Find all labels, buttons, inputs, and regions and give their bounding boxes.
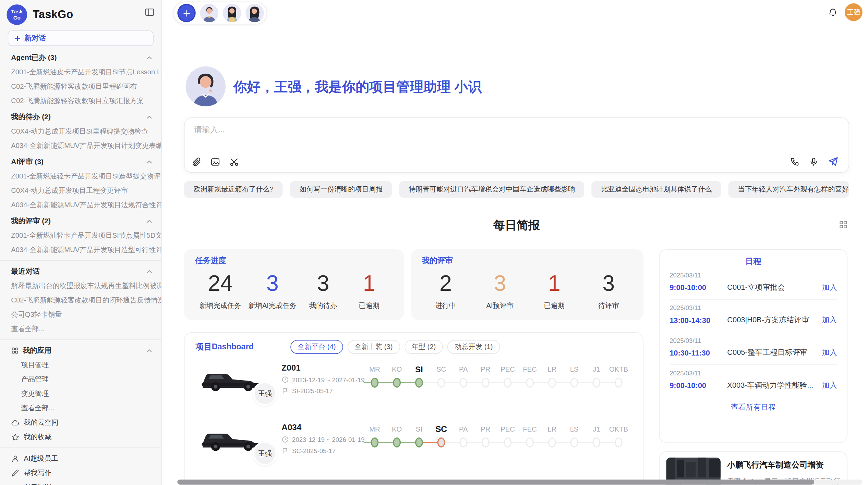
suggestion-chip[interactable]: 特朗普可能对进口汽车增税会对中国车企造成哪些影响 <box>399 181 584 198</box>
horizontal-scrollbar-thumb[interactable] <box>177 480 815 485</box>
section-my-todo[interactable]: 我的待办 (2) <box>0 110 161 124</box>
milestone-dot <box>371 378 379 388</box>
project-info: Z001 2023-12-19 ~ 2027-01-19 SI-2025-05-… <box>281 361 363 397</box>
app-item-change-mgmt[interactable]: 变更管理 <box>0 387 161 401</box>
project-name: A034 <box>281 423 363 432</box>
scissors-icon[interactable] <box>229 157 240 167</box>
add-member-button[interactable] <box>177 4 195 22</box>
tab-powertrain[interactable]: 动总开发 (1) <box>447 340 500 354</box>
milestone-dot <box>615 378 623 388</box>
list-item[interactable]: C02-飞腾新能源轻客改款项目立项汇报方案 <box>0 94 161 108</box>
cloud-icon <box>11 419 19 427</box>
suggestion-chip[interactable]: 如何写一份清晰的项目周报 <box>290 181 392 198</box>
stat: 2 进行中 <box>426 270 465 311</box>
stat: 3 我的待办 <box>304 270 342 311</box>
my-cloud-space[interactable]: 我的云空间 <box>0 415 161 430</box>
milestone-dot <box>526 378 534 388</box>
tab-year-model[interactable]: 年型 (2) <box>404 340 443 354</box>
join-button[interactable]: 加入 <box>822 381 837 390</box>
chevron-up-icon[interactable] <box>146 159 153 165</box>
section-recent-chats[interactable]: 最近对话 <box>0 264 161 278</box>
view-all-recent[interactable]: 查看全部... <box>0 322 161 336</box>
chevron-up-icon[interactable] <box>146 114 153 120</box>
apps-icon <box>11 347 19 355</box>
view-all-apps[interactable]: 查看全部... <box>0 401 161 415</box>
milestone-dot-overdue <box>437 437 445 447</box>
project-row[interactable]: 王强 A034 2023-12-19 ~ 2026-01-19 <box>184 416 643 462</box>
chevron-up-icon[interactable] <box>146 54 153 61</box>
my-favorites[interactable]: 我的收藏 <box>0 430 161 444</box>
bell-icon[interactable] <box>828 7 838 18</box>
list-item[interactable]: A034-全新新能源MUV产品开发项目法规符合性评审 <box>0 198 161 212</box>
new-chat-button[interactable]: 新对话 <box>8 30 154 46</box>
logo-line1: Task <box>11 9 23 15</box>
chevron-up-icon[interactable] <box>146 268 153 274</box>
milestone-dot <box>548 378 556 388</box>
list-item[interactable]: Z001-全新燃油轻卡产品开发项目SI节点属性5D文件评审 <box>0 228 161 242</box>
project-row[interactable]: 王强 Z001 2023-12-19 ~ 2027-01-19 <box>184 356 643 403</box>
milestone-track: MR KO SI SC PA PR PEC FEC LR LS J1 <box>364 361 632 397</box>
suggestion-chip[interactable]: 欧洲新规最近颁布了什么? <box>184 181 283 198</box>
list-item[interactable]: A034-全新新能源MUV产品开发项目造型可行性评审 <box>0 242 161 257</box>
composer-right-tools <box>790 156 839 167</box>
brush-icon <box>11 483 19 485</box>
section-my-apps[interactable]: 我的应用 <box>0 343 161 358</box>
avatar[interactable] <box>223 4 241 22</box>
main-area: 王强 你好，王强，我是你的项目管理助理 小识 <box>162 0 868 485</box>
sidebar-collapse-icon[interactable] <box>145 7 155 17</box>
paperclip-icon[interactable] <box>191 157 202 167</box>
send-icon[interactable] <box>828 156 839 167</box>
join-button[interactable]: 加入 <box>822 348 837 358</box>
avatar[interactable] <box>245 4 264 22</box>
tab-new-platform[interactable]: 全新平台 (4) <box>290 340 343 354</box>
milestone-dot <box>459 378 467 388</box>
pencil-icon <box>11 469 19 477</box>
list-item[interactable]: C02-飞腾新能源轻客改款项目里程碑画布 <box>0 79 161 94</box>
ai-super-staff[interactable]: AI超级员工 <box>0 451 161 466</box>
user-avatar[interactable]: 王强 <box>845 3 863 21</box>
list-item[interactable]: C0X4-动力总成开发项目工程变更评审 <box>0 183 161 198</box>
view-all-schedule[interactable]: 查看所有日程 <box>670 402 837 412</box>
milestone-dot <box>592 378 600 388</box>
grid-icon[interactable] <box>839 220 848 229</box>
chat-input[interactable] <box>194 125 592 134</box>
chevron-up-icon[interactable] <box>146 218 153 224</box>
composer-left-tools <box>191 157 240 167</box>
section-agent-done[interactable]: Agent已办 (3) <box>0 50 161 65</box>
creative-drawing[interactable]: 创意制图 <box>0 480 161 485</box>
app-item-product-mgmt[interactable]: 产品管理 <box>0 372 161 387</box>
join-button[interactable]: 加入 <box>822 315 837 325</box>
chevron-up-icon[interactable] <box>146 348 153 354</box>
suggestion-chip[interactable]: 比亚迪全固态电池计划具体说了什么 <box>592 181 721 198</box>
section-ai-review[interactable]: AI评审 (3) <box>0 154 161 169</box>
list-item[interactable]: C0X4-动力总成开发项目SI里程碑提交物检查 <box>0 124 161 138</box>
stat: 24 新增完成任务 <box>200 270 241 311</box>
milestone-dot <box>393 378 401 388</box>
suggestion-chip[interactable]: 当下年轻人对汽车外观有怎样的喜好趋势 <box>728 181 849 198</box>
divider <box>0 260 161 261</box>
stat: 1 已逾期 <box>350 270 388 311</box>
milestone-dot <box>482 437 490 447</box>
section-my-review[interactable]: 我的评审 (2) <box>0 214 161 228</box>
list-item[interactable]: Z001-全新燃油皮卡产品开发项目SI节点Lesson Learn报告 <box>0 65 161 79</box>
divider <box>0 339 161 340</box>
sidebar-header: Task Go TaskGo <box>0 0 161 25</box>
briefing-title: 每日简报 <box>184 217 849 233</box>
app-item-project-mgmt[interactable]: 项目管理 <box>0 358 161 372</box>
list-item[interactable]: C02-飞腾新能源轻客改款项目的闭环通告反馈情况 <box>0 293 161 307</box>
mic-icon[interactable] <box>809 157 819 167</box>
topbar: 王强 <box>162 0 868 25</box>
list-item[interactable]: A034-全新新能源MUV产品开发项目计划变更表编写 <box>0 138 161 153</box>
person-icon <box>11 455 19 463</box>
tab-new-body[interactable]: 全新上装 (3) <box>347 340 400 354</box>
avatar[interactable] <box>200 4 218 22</box>
join-button[interactable]: 加入 <box>822 283 837 293</box>
image-icon[interactable] <box>210 157 221 167</box>
list-item[interactable]: 公司Q3轻卡销量 <box>0 307 161 322</box>
help-me-write[interactable]: 帮我写作 <box>0 466 161 480</box>
project-dates: 2023-12-19 ~ 2026-01-19 <box>292 436 364 443</box>
list-item[interactable]: 解释最新出台的欧盟报废车法规再生塑料比例被调至15%... <box>0 278 161 293</box>
list-item[interactable]: Z001-全新燃油轻卡产品开发项目SI造型提交物评审 <box>0 169 161 183</box>
milestone-dot <box>570 437 578 447</box>
phone-icon[interactable] <box>790 157 800 167</box>
